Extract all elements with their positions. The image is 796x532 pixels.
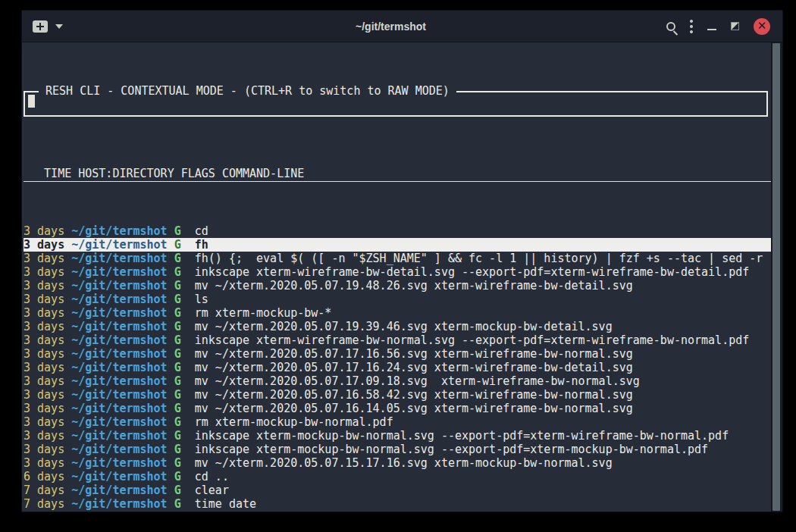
row-host-directory: ~/git/termshot	[64, 333, 167, 347]
history-row[interactable]: 3 days ~/git/termshot G mv ~/xterm.2020.…	[24, 456, 771, 470]
row-command: inkscape xterm-mockup-bw-normal.svg --ex…	[181, 443, 708, 456]
history-row[interactable]: 6 days ~/git/termshot G cd ..	[24, 470, 771, 483]
restore-icon[interactable]	[731, 22, 739, 30]
menu-kebab-icon[interactable]	[690, 20, 693, 33]
row-flags: G	[168, 361, 181, 374]
row-command: clear	[181, 483, 229, 497]
row-flags: G	[168, 347, 181, 361]
row-flags: G	[168, 265, 181, 279]
row-host-directory: ~/git/termshot	[64, 497, 167, 511]
history-rows: 3 days ~/git/termshot G cd3 days ~/git/t…	[24, 224, 771, 512]
history-row[interactable]: 3 days ~/git/termshot G mv ~/xterm.2020.…	[24, 347, 771, 361]
row-command: mv ~/xterm.2020.05.07.17.16.24.svg xterm…	[181, 361, 633, 374]
history-row[interactable]: 3 days ~/git/termshot G mv ~/xterm.2020.…	[24, 279, 771, 293]
history-row[interactable]: 3 days ~/git/termshot G ls	[24, 293, 771, 306]
row-flags: G	[168, 483, 181, 497]
row-command: cd	[181, 224, 208, 238]
row-host-directory: ~/git/termshot	[64, 265, 167, 279]
row-flags: G	[168, 293, 181, 306]
row-time: 3 days	[24, 306, 64, 320]
row-command: mv ~/xterm.2020.05.07.17.16.56.svg xterm…	[181, 347, 633, 361]
row-time: 7 days	[24, 483, 64, 497]
terminal-content: RESH CLI - CONTEXTUAL MODE - (CTRL+R to …	[22, 42, 782, 512]
history-row[interactable]: 3 days ~/git/termshot G inkscape xterm-w…	[24, 333, 771, 347]
history-row[interactable]: 3 days ~/git/termshot G inkscape xterm-w…	[24, 265, 771, 279]
row-time: 3 days	[24, 456, 64, 470]
history-row[interactable]: 3 days ~/git/termshot G fh() {; eval $( …	[24, 252, 771, 265]
row-flags: G	[168, 279, 181, 293]
history-row[interactable]: 3 days ~/git/termshot G mv ~/xterm.2020.…	[24, 361, 771, 374]
history-row[interactable]: 3 days ~/git/termshot G fh	[24, 238, 771, 252]
row-command: mv ~/xterm.2020.05.07.16.14.05.svg xterm…	[181, 402, 633, 415]
row-flags: G	[168, 497, 181, 511]
row-flags: G	[168, 388, 181, 402]
history-row[interactable]: 3 days ~/git/termshot G inkscape xterm-m…	[24, 429, 771, 443]
row-time: 7 days	[24, 511, 64, 512]
dropdown-caret-icon[interactable]	[55, 24, 63, 29]
history-row[interactable]: 3 days ~/git/termshot G rm xterm-mockup-…	[24, 415, 771, 429]
row-host-directory: ~/git/termshot	[64, 320, 167, 333]
row-command: inkscape xterm-wireframe-bw-normal.svg -…	[181, 333, 750, 347]
row-command: rm xterm-mockup-bw-*	[181, 306, 332, 320]
scrollbar-thumb[interactable]	[772, 43, 780, 511]
row-flags: G	[168, 415, 181, 429]
row-time: 3 days	[24, 252, 64, 265]
row-flags: G	[168, 224, 181, 238]
row-host-directory: ~/git/termshot	[64, 443, 167, 456]
search-icon[interactable]	[666, 22, 675, 31]
window-title: ~/git/termshot	[174, 20, 608, 33]
history-row[interactable]: 7 days ~/git/termshot G time date	[24, 497, 771, 511]
row-host-directory: ~/git/termshot	[64, 402, 167, 415]
history-row[interactable]: 7 days ~/git/termshot G clear	[24, 483, 771, 497]
row-host-directory: ~/git/termshot	[64, 306, 167, 320]
row-host-directory: ~/git/termshot	[64, 293, 167, 306]
row-host-directory: ~/git/termshot	[64, 456, 167, 470]
row-time: 3 days	[24, 443, 64, 456]
history-row[interactable]: 3 days ~/git/termshot G inkscape xterm-m…	[24, 443, 771, 456]
row-time: 3 days	[24, 402, 64, 415]
row-time: 3 days	[24, 238, 64, 252]
row-command: mv ~/xterm.2020.05.07.16.58.42.svg xterm…	[181, 388, 633, 402]
row-command: rm xterm-mockup-bw-normal.pdf	[181, 415, 393, 429]
history-row[interactable]: 3 days ~/git/termshot G mv ~/xterm.2020.…	[24, 388, 771, 402]
row-flags: G	[168, 511, 181, 512]
close-icon[interactable]: ✕	[754, 18, 770, 35]
row-command: fh	[181, 238, 208, 252]
row-command: inkscape xterm-wireframe-bw-detail.svg -…	[181, 265, 750, 279]
row-time: 3 days	[24, 415, 64, 429]
history-row[interactable]: 7 days ~/git/termshot G time x=1	[24, 511, 771, 512]
row-host-directory: ~/git/termshot	[64, 511, 167, 512]
minimize-icon[interactable]	[707, 29, 716, 30]
row-time: 3 days	[24, 374, 64, 388]
history-row[interactable]: 3 days ~/git/termshot G mv ~/xterm.2020.…	[24, 320, 771, 333]
history-row[interactable]: 3 days ~/git/termshot G rm xterm-mockup-…	[24, 306, 771, 320]
row-host-directory: ~/git/termshot	[64, 388, 167, 402]
row-command: cd ..	[181, 470, 229, 483]
new-tab-icon[interactable]	[33, 20, 48, 33]
row-host-directory: ~/git/termshot	[64, 347, 167, 361]
history-row[interactable]: 3 days ~/git/termshot G cd	[24, 224, 771, 238]
row-command: mv ~/xterm.2020.05.07.17.09.18.svg xterm…	[181, 374, 640, 388]
scrollbar[interactable]	[771, 42, 782, 512]
row-time: 6 days	[24, 470, 64, 483]
history-table-header: TIME HOST:DIRECTORY FLAGS COMMAND-LINE	[24, 168, 771, 182]
row-command: time x=1	[181, 511, 249, 512]
history-row[interactable]: 3 days ~/git/termshot G mv ~/xterm.2020.…	[24, 402, 771, 415]
row-host-directory: ~/git/termshot	[64, 224, 167, 238]
row-time: 3 days	[24, 361, 64, 374]
resh-search-box[interactable]: RESH CLI - CONTEXTUAL MODE - (CTRL+R to …	[24, 91, 768, 117]
row-host-directory: ~/git/termshot	[64, 374, 167, 388]
history-row[interactable]: 3 days ~/git/termshot G mv ~/xterm.2020.…	[24, 374, 771, 388]
row-flags: G	[168, 306, 181, 320]
row-host-directory: ~/git/termshot	[64, 238, 167, 252]
row-host-directory: ~/git/termshot	[64, 429, 167, 443]
terminal-window: ~/git/termshot ✕ RESH CLI - CONTEXTUAL M…	[21, 10, 783, 512]
row-time: 3 days	[24, 388, 64, 402]
row-command: fh() {; eval $( ([ -n "$ZSH_NAME" ] && f…	[181, 252, 763, 265]
row-time: 3 days	[24, 279, 64, 293]
row-time: 3 days	[24, 224, 64, 238]
row-command: mv ~/xterm.2020.05.07.15.17.16.svg xterm…	[181, 456, 613, 470]
row-command: mv ~/xterm.2020.05.07.19.39.46.svg xterm…	[181, 320, 613, 333]
row-flags: G	[168, 429, 181, 443]
row-host-directory: ~/git/termshot	[64, 470, 167, 483]
